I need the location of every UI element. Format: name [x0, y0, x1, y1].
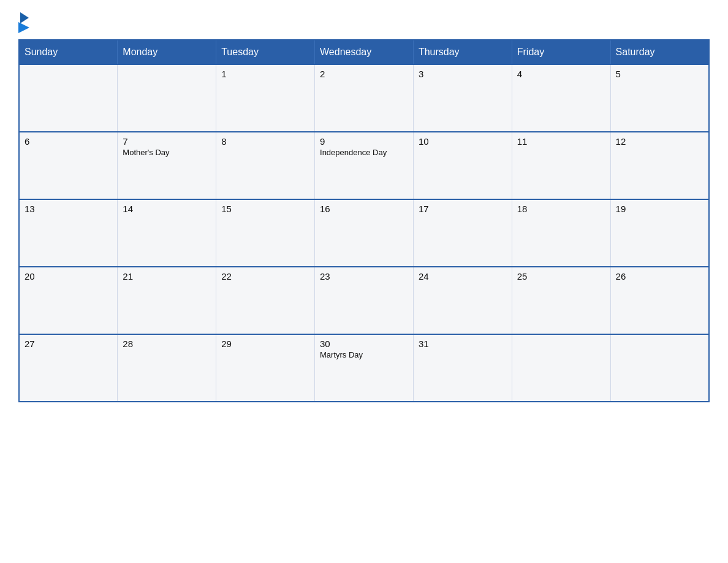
day-event: Mother's Day: [123, 148, 211, 157]
day-number: 6: [25, 136, 112, 147]
day-number: 25: [517, 271, 605, 282]
calendar-cell: 16: [315, 199, 414, 267]
calendar-cell: [610, 334, 709, 402]
day-number: 23: [320, 271, 408, 282]
day-number: 26: [616, 271, 703, 282]
day-number: 28: [123, 339, 211, 349]
calendar-cell: 9Independence Day: [315, 132, 414, 199]
day-number: 3: [419, 69, 507, 79]
calendar-cell: 28: [118, 334, 216, 402]
day-number: 9: [320, 136, 408, 147]
calendar-cell: 13: [19, 199, 118, 267]
calendar-table: SundayMondayTuesdayWednesdayThursdayFrid…: [18, 39, 710, 402]
calendar-week-row: 13141516171819: [19, 199, 709, 267]
calendar-cell: [118, 64, 216, 132]
calendar-cell: [512, 334, 610, 402]
day-number: 31: [419, 339, 507, 349]
calendar-week-row: 67Mother's Day89Independence Day101112: [19, 132, 709, 199]
calendar-cell: [19, 64, 118, 132]
calendar-cell: 24: [413, 267, 512, 334]
day-number: 14: [123, 204, 211, 214]
day-number: 4: [517, 69, 605, 79]
day-number: 2: [320, 69, 408, 79]
calendar-cell: 20: [19, 267, 118, 334]
calendar-cell: 2: [315, 64, 414, 132]
calendar-week-row: 12345: [19, 64, 709, 132]
calendar-cell: 8: [216, 132, 315, 199]
calendar-cell: 31: [413, 334, 512, 402]
calendar-week-row: 20212223242526: [19, 267, 709, 334]
calendar-cell: 17: [413, 199, 512, 267]
day-header-saturday: Saturday: [610, 40, 709, 64]
calendar-cell: 10: [413, 132, 512, 199]
day-event: Independence Day: [320, 148, 408, 157]
header: [18, 12, 710, 33]
day-header-wednesday: Wednesday: [315, 40, 414, 64]
calendar-cell: 30Martyrs Day: [315, 334, 414, 402]
day-number: 7: [123, 136, 211, 147]
calendar-cell: 14: [118, 199, 216, 267]
day-event: Martyrs Day: [320, 350, 408, 359]
day-number: 11: [517, 136, 605, 147]
day-number: 16: [320, 204, 408, 214]
calendar-cell: 7Mother's Day: [118, 132, 216, 199]
day-number: 15: [221, 204, 309, 214]
calendar-cell: 18: [512, 199, 610, 267]
calendar-cell: 23: [315, 267, 414, 334]
calendar-cell: 3: [413, 64, 512, 132]
day-number: 27: [25, 339, 112, 349]
logo-line2: [18, 22, 32, 33]
logo-blue-triangle-icon: [18, 22, 29, 33]
day-number: 13: [25, 204, 112, 214]
calendar-cell: 1: [216, 64, 315, 132]
day-number: 8: [221, 136, 309, 147]
day-header-thursday: Thursday: [413, 40, 512, 64]
calendar-cell: 22: [216, 267, 315, 334]
day-number: 19: [616, 204, 703, 214]
calendar-cell: 4: [512, 64, 610, 132]
day-number: 5: [616, 69, 703, 79]
day-number: 17: [419, 204, 507, 214]
calendar-cell: 12: [610, 132, 709, 199]
day-header-tuesday: Tuesday: [216, 40, 315, 64]
day-number: 18: [517, 204, 605, 214]
day-number: 30: [320, 339, 408, 349]
logo: [18, 12, 32, 33]
calendar-cell: 21: [118, 267, 216, 334]
day-number: 24: [419, 271, 507, 282]
calendar-cell: 25: [512, 267, 610, 334]
day-number: 12: [616, 136, 703, 147]
calendar-cell: 29: [216, 334, 315, 402]
day-number: 20: [25, 271, 112, 282]
calendar-week-row: 27282930Martyrs Day31: [19, 334, 709, 402]
day-number: 10: [419, 136, 507, 147]
day-header-monday: Monday: [118, 40, 216, 64]
page: SundayMondayTuesdayWednesdayThursdayFrid…: [0, 0, 728, 563]
calendar-cell: 27: [19, 334, 118, 402]
day-header-sunday: Sunday: [19, 40, 118, 64]
day-number: 22: [221, 271, 309, 282]
day-number: 29: [221, 339, 309, 349]
calendar-cell: 6: [19, 132, 118, 199]
day-number: 21: [123, 271, 211, 282]
calendar-cell: 19: [610, 199, 709, 267]
day-number: 1: [221, 69, 309, 79]
calendar-cell: 26: [610, 267, 709, 334]
day-header-friday: Friday: [512, 40, 610, 64]
calendar-header-row: SundayMondayTuesdayWednesdayThursdayFrid…: [19, 40, 709, 64]
calendar-cell: 15: [216, 199, 315, 267]
calendar-cell: 11: [512, 132, 610, 199]
calendar-cell: 5: [610, 64, 709, 132]
